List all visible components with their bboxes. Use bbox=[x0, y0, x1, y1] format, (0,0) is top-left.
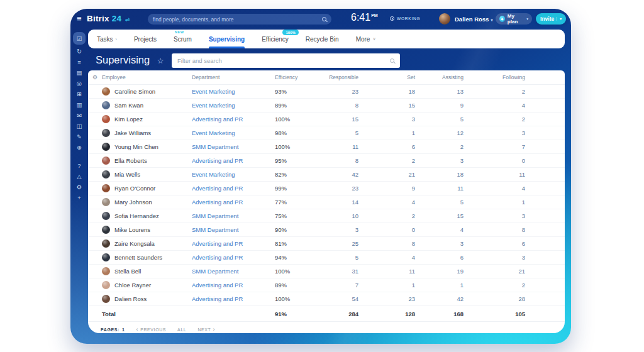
following-count[interactable]: 11 bbox=[464, 171, 525, 178]
user-avatar[interactable] bbox=[439, 13, 450, 25]
responsible-count[interactable]: 42 bbox=[314, 171, 358, 178]
assisting-count[interactable]: 19 bbox=[415, 268, 464, 275]
sites-icon[interactable]: ⊕ bbox=[73, 142, 86, 153]
filter-search-icon[interactable] bbox=[390, 58, 394, 63]
table-row[interactable]: Dalien RossAdvertising and PR100%5423422… bbox=[88, 292, 565, 306]
employee-cell[interactable]: Kim Lopez bbox=[102, 115, 192, 123]
responsible-count[interactable]: 23 bbox=[314, 88, 358, 95]
following-count[interactable]: 4 bbox=[464, 102, 525, 109]
department-link[interactable]: Advertising and PR bbox=[192, 282, 275, 289]
responsible-count[interactable]: 5 bbox=[314, 129, 358, 136]
table-row[interactable]: Caroline SimonEvent Marketing93%2318132 bbox=[88, 85, 565, 99]
column-header-department[interactable]: Department bbox=[192, 74, 275, 80]
responsible-count[interactable]: 8 bbox=[314, 102, 358, 109]
store-icon[interactable]: ⊞ bbox=[73, 89, 86, 99]
department-link[interactable]: Advertising and PR bbox=[192, 185, 275, 192]
assisting-count[interactable]: 3 bbox=[415, 240, 464, 247]
employee-cell[interactable]: Dalien Ross bbox=[102, 295, 192, 303]
following-count[interactable]: 3 bbox=[464, 129, 525, 136]
set-count[interactable]: 8 bbox=[358, 240, 415, 247]
working-status[interactable]: WORKING bbox=[390, 16, 420, 21]
tab-scrum[interactable]: ScrumNEW bbox=[174, 30, 192, 48]
structure-icon[interactable]: △ bbox=[73, 171, 86, 182]
tab-projects[interactable]: Projects bbox=[134, 30, 157, 48]
column-header-employee[interactable]: Employee bbox=[102, 74, 192, 80]
set-count[interactable]: 4 bbox=[358, 254, 415, 261]
table-settings-gear-icon[interactable]: ⚙ bbox=[88, 74, 102, 80]
assisting-count[interactable]: 12 bbox=[415, 129, 464, 136]
add-icon[interactable]: + bbox=[73, 192, 86, 203]
employee-cell[interactable]: Sofia Hernandez bbox=[102, 212, 192, 220]
following-count[interactable]: 1 bbox=[464, 199, 525, 206]
employee-cell[interactable]: Mia Wells bbox=[102, 170, 192, 179]
responsible-count[interactable]: 7 bbox=[314, 282, 358, 289]
table-row[interactable]: Ryan O'ConnorAdvertising and PR99%239114 bbox=[88, 182, 565, 195]
department-link[interactable]: Advertising and PR bbox=[192, 254, 275, 261]
following-count[interactable]: 8 bbox=[464, 226, 525, 233]
responsible-count[interactable]: 10 bbox=[314, 212, 358, 219]
table-row[interactable]: Kim LopezAdvertising and PR100%15352 bbox=[88, 113, 565, 126]
following-count[interactable]: 6 bbox=[464, 240, 525, 247]
assisting-count[interactable]: 42 bbox=[415, 295, 464, 302]
table-row[interactable]: Ella RobertsAdvertising and PR95%8230 bbox=[88, 154, 565, 168]
employee-cell[interactable]: Stella Bell bbox=[102, 267, 192, 275]
employee-cell[interactable]: Mary Johnson bbox=[102, 198, 192, 206]
responsible-count[interactable]: 23 bbox=[314, 185, 358, 192]
employee-cell[interactable]: Sam Kwan bbox=[102, 101, 192, 109]
table-row[interactable]: Stella BellSMM Department100%31111921 bbox=[88, 265, 565, 278]
filter-search-input[interactable]: Filter and search bbox=[172, 53, 400, 68]
set-count[interactable]: 15 bbox=[358, 102, 415, 109]
department-link[interactable]: Event Marketing bbox=[192, 171, 275, 178]
department-link[interactable]: Event Marketing bbox=[192, 102, 275, 109]
employee-cell[interactable]: Chloe Rayner bbox=[102, 281, 192, 289]
following-count[interactable]: 2 bbox=[464, 116, 525, 123]
set-count[interactable]: 2 bbox=[358, 157, 415, 164]
responsible-count[interactable]: 11 bbox=[314, 143, 358, 150]
responsible-count[interactable]: 15 bbox=[314, 116, 358, 123]
favorite-star-icon[interactable]: ☆ bbox=[157, 57, 164, 65]
department-link[interactable]: Advertising and PR bbox=[192, 116, 275, 123]
column-header-following[interactable]: Following bbox=[464, 74, 525, 80]
global-search-input[interactable]: find people, documents, and more bbox=[148, 14, 331, 25]
department-link[interactable]: SMM Department bbox=[192, 268, 275, 275]
assisting-count[interactable]: 6 bbox=[415, 254, 464, 261]
table-row[interactable]: Bennett SaundersAdvertising and PR94%546… bbox=[88, 251, 565, 265]
column-header-assisting[interactable]: Assisting bbox=[415, 74, 464, 80]
assisting-count[interactable]: 5 bbox=[415, 116, 464, 123]
set-count[interactable]: 6 bbox=[358, 143, 415, 150]
filter-icon[interactable]: ≡ bbox=[73, 57, 86, 67]
all-pages-button[interactable]: ALL bbox=[177, 327, 186, 332]
help-icon[interactable]: ? bbox=[73, 160, 86, 171]
invite-button[interactable]: Invite ▾ bbox=[536, 13, 566, 25]
workflows-icon[interactable]: ↻ bbox=[73, 46, 86, 57]
table-row[interactable]: Mary JohnsonAdvertising and PR77%14451 bbox=[88, 195, 565, 209]
column-header-efficiency[interactable]: Efficiency bbox=[275, 74, 314, 80]
drive-icon[interactable]: ◫ bbox=[73, 121, 86, 131]
set-count[interactable]: 11 bbox=[358, 268, 415, 275]
responsible-count[interactable]: 8 bbox=[314, 157, 358, 164]
crm-icon[interactable]: ◎ bbox=[73, 78, 86, 89]
department-link[interactable]: Advertising and PR bbox=[192, 240, 275, 247]
employee-cell[interactable]: Mike Lourens bbox=[102, 226, 192, 234]
set-count[interactable]: 9 bbox=[358, 185, 415, 192]
employee-cell[interactable]: Jake Williams bbox=[102, 129, 192, 137]
workspace-icon[interactable]: ▤ bbox=[73, 67, 86, 78]
tasks-icon[interactable]: ☑ bbox=[73, 32, 86, 45]
department-link[interactable]: SMM Department bbox=[192, 143, 275, 150]
following-count[interactable]: 3 bbox=[464, 254, 525, 261]
assisting-count[interactable]: 2 bbox=[415, 143, 464, 150]
responsible-count[interactable]: 25 bbox=[314, 240, 358, 247]
following-count[interactable]: 21 bbox=[464, 268, 525, 275]
contacts-icon[interactable]: ▥ bbox=[73, 99, 86, 110]
department-link[interactable]: Event Marketing bbox=[192, 88, 275, 95]
assisting-count[interactable]: 1 bbox=[415, 282, 464, 289]
responsible-count[interactable]: 14 bbox=[314, 199, 358, 206]
employee-cell[interactable]: Young Min Chen bbox=[102, 143, 192, 151]
settings-icon[interactable]: ⚙ bbox=[73, 182, 86, 192]
following-count[interactable]: 0 bbox=[464, 157, 525, 164]
department-link[interactable]: Event Marketing bbox=[192, 129, 275, 136]
table-row[interactable]: Sam KwanEvent Marketing89%81594 bbox=[88, 99, 565, 113]
responsible-count[interactable]: 31 bbox=[314, 268, 358, 275]
set-count[interactable]: 0 bbox=[358, 226, 415, 233]
table-row[interactable]: Zaire KongsalaAdvertising and PR81%25836 bbox=[88, 237, 565, 251]
